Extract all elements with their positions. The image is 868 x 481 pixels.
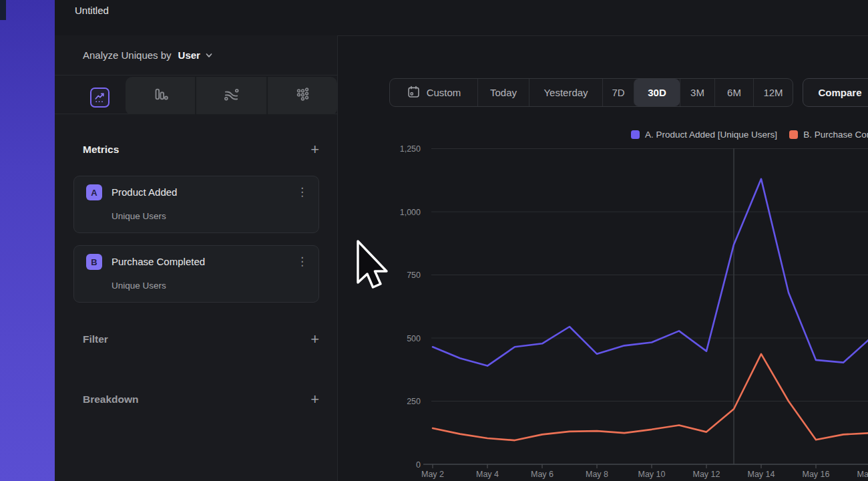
metrics-grid-icon [294,86,311,106]
legend-item-a[interactable]: A. Product Added [Unique Users] [631,127,777,142]
metric-name: Purchase Completed [112,256,205,267]
line-chart[interactable]: 02505007501,0001,250May 2May 4May 6May 8… [337,140,868,481]
y-tick-label: 750 [407,271,421,280]
chart-type-tabs [55,76,337,114]
insights-line-icon [90,88,110,108]
app-window: { "window": { "title": "Untitled" }, "si… [0,0,868,481]
sidebar: Analyze Uniques by User [55,35,338,481]
range-custom-button[interactable]: Custom [390,79,477,106]
range-today-button[interactable]: Today [477,79,529,106]
add-filter-button[interactable]: + [310,333,319,345]
range-12m-button[interactable]: 12M [753,79,793,106]
breakdown-header-label: Breakdown [83,393,139,406]
analyze-label: Analyze Uniques by [83,49,172,61]
tab-flows[interactable] [195,77,266,114]
x-tick-label: May 12 [693,470,720,479]
range-yesterday-button[interactable]: Yesterday [529,79,602,106]
filter-header-label: Filter [83,333,108,345]
series-line-b [433,354,868,440]
metric-name: Product Added [112,186,177,198]
chart-legend: A. Product Added [Unique Users] B. Purch… [631,127,868,142]
range-30d-button[interactable]: 30D [634,79,680,106]
rail-corner-shade [0,0,6,20]
metric-card-product-added[interactable]: A Product Added ⋮ Unique Users [73,176,319,233]
range-label: Custom [427,87,461,98]
tab-insights-line[interactable] [73,82,126,114]
compare-button[interactable]: Compare [803,78,868,107]
x-tick-label: May 2 [421,470,444,479]
legend-label: B. Purchase Completed [Unique Users] [803,130,868,140]
legend-swatch-b [789,130,798,139]
y-tick-label: 1,250 [400,144,421,154]
analyze-uniques-row: Analyze Uniques by User [55,35,337,75]
chevron-down-icon[interactable] [205,51,213,59]
tab-bar-chart[interactable] [126,77,195,114]
breakdown-section-header: Breakdown + [83,393,319,406]
legend-label: A. Product Added [Unique Users] [645,130,777,140]
tab-metrics-grid[interactable] [266,77,337,114]
metric-badge-a: A [86,184,102,200]
top-bar: Untitled [55,0,868,36]
chart-canvas: 02505007501,0001,250May 2May 4May 6May 8… [337,140,868,481]
x-tick-label: May 16 [803,470,830,479]
x-tick-label: May 10 [638,470,666,479]
x-tick-label: May 14 [748,470,775,479]
x-tick-label: May 6 [531,470,554,479]
bar-chart-icon [152,86,169,106]
date-range-segmented-control: Custom Today Yesterday 7D 30D 3M 6M 12M [389,78,793,107]
add-breakdown-button[interactable]: + [310,393,319,406]
analyze-value-dropdown[interactable]: User [178,49,200,61]
range-7d-button[interactable]: 7D [602,79,634,106]
calendar-icon [407,85,421,101]
y-tick-label: 250 [407,397,421,406]
x-tick-label: May 4 [476,470,499,479]
legend-swatch-a [631,130,640,139]
metric-subtitle[interactable]: Unique Users [112,211,166,221]
metrics-section-header: Metrics + [83,144,319,156]
range-3m-button[interactable]: 3M [680,79,714,106]
legend-item-b[interactable]: B. Purchase Completed [Unique Users] [789,127,868,142]
metrics-header-label: Metrics [83,144,119,156]
unselected-tabs-panel [126,77,337,114]
metric-card-purchase-completed[interactable]: B Purchase Completed ⋮ Unique Users [73,245,319,303]
left-gradient-rail [0,0,55,481]
y-tick-label: 500 [407,334,421,343]
metric-badge-b: B [86,254,102,270]
mouse-cursor-icon [356,240,391,297]
range-6m-button[interactable]: 6M [714,79,753,106]
add-metric-button[interactable]: + [310,144,319,156]
kebab-menu-icon[interactable]: ⋮ [296,185,308,198]
page-title: Untitled [75,5,109,16]
filter-section-header: Filter + [83,333,319,345]
x-tick-label: May 18 [857,470,868,479]
y-tick-label: 1,000 [400,208,421,217]
metric-subtitle[interactable]: Unique Users [112,281,166,291]
x-tick-label: May 8 [586,470,608,479]
kebab-menu-icon[interactable]: ⋮ [296,255,308,268]
y-tick-label: 0 [416,460,421,470]
flows-icon [222,86,240,106]
